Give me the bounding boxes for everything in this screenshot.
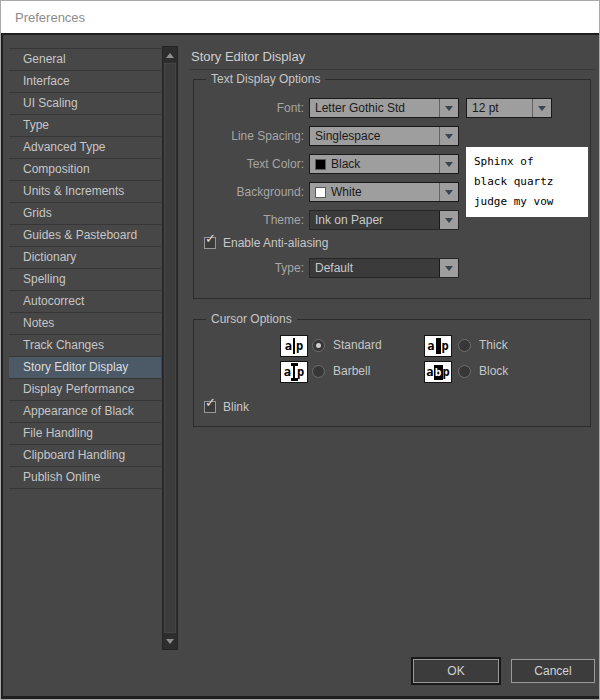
radio-icon (312, 339, 325, 352)
sidebar-item-spelling[interactable]: Spelling (9, 269, 161, 291)
sidebar-item-clipboard-handling[interactable]: Clipboard Handling (9, 445, 161, 467)
thick-cursor-preview-icon: a p (424, 335, 452, 357)
sidebar-item-composition[interactable]: Composition (9, 159, 161, 181)
radio-standard[interactable]: Standard (312, 338, 382, 352)
sidebar-item-publish-online[interactable]: Publish Online (9, 467, 161, 489)
radio-icon (458, 365, 471, 378)
background-select[interactable]: White (309, 182, 459, 202)
font-size-select[interactable]: 12 pt (466, 98, 552, 118)
dropdown-arrow-icon[interactable] (439, 155, 458, 173)
window-title: Preferences (15, 10, 85, 25)
dropdown-arrow-icon[interactable] (439, 211, 458, 229)
radio-thick[interactable]: Thick (458, 338, 508, 352)
sidebar-item-track-changes[interactable]: Track Changes (9, 335, 161, 357)
theme-select[interactable]: Ink on Paper (309, 210, 459, 230)
sidebar-item-appearance-of-black[interactable]: Appearance of Black (9, 401, 161, 423)
dialog-body: General Interface UI Scaling Type Advanc… (1, 33, 600, 700)
line-spacing-select[interactable]: Singlespace (309, 126, 459, 146)
standard-cursor-preview-icon: a p (280, 335, 308, 357)
text-display-options-group: Text Display Options Font: Letter Gothic… (193, 79, 591, 299)
sidebar-item-units-increments[interactable]: Units & Increments (9, 181, 161, 203)
radio-block-label: Block (479, 364, 508, 378)
theme-label: Theme: (194, 210, 304, 230)
sidebar-item-ui-scaling[interactable]: UI Scaling (9, 93, 161, 115)
radio-block[interactable]: Block (458, 364, 508, 378)
text-color-label: Text Color: (194, 154, 304, 174)
enable-antialiasing-checkbox[interactable]: ✓ Enable Anti-aliasing (204, 236, 328, 250)
font-label: Font: (194, 98, 304, 118)
checkbox-icon: ✓ (204, 401, 216, 413)
radio-barbell-label: Barbell (333, 364, 370, 378)
line-spacing-value: Singlespace (310, 127, 439, 145)
scrollbar-thumb[interactable] (164, 63, 176, 633)
sidebar-item-display-performance[interactable]: Display Performance (9, 379, 161, 401)
cursor-options-group: Cursor Options a p Standard a p Thick (193, 319, 591, 427)
radio-barbell[interactable]: Barbell (312, 364, 370, 378)
barbell-cursor-preview-icon: a p (280, 361, 308, 383)
radio-icon (458, 339, 471, 352)
heading-divider (189, 69, 595, 70)
text-preview: Sphinx of black quartz judge my vow (466, 147, 588, 217)
blink-checkbox[interactable]: ✓ Blink (204, 400, 249, 414)
text-color-value: Black (331, 155, 360, 173)
sidebar-item-dictionary[interactable]: Dictionary (9, 247, 161, 269)
radio-icon (312, 365, 325, 378)
sidebar-item-file-handling[interactable]: File Handling (9, 423, 161, 445)
white-color-swatch (315, 187, 326, 198)
text-color-select[interactable]: Black (309, 154, 459, 174)
sidebar-item-notes[interactable]: Notes (9, 313, 161, 335)
block-cursor-preview-icon: a b p (424, 361, 452, 383)
ok-button[interactable]: OK (413, 659, 499, 683)
preferences-window: Preferences General Interface UI Scaling… (0, 0, 600, 700)
type-label: Type: (194, 258, 304, 278)
sidebar-item-interface[interactable]: Interface (9, 71, 161, 93)
radio-thick-label: Thick (479, 338, 508, 352)
sidebar-scrollbar[interactable] (162, 46, 178, 650)
antialias-type-value: Default (310, 259, 439, 277)
group-legend: Text Display Options (206, 72, 325, 86)
dropdown-arrow-icon[interactable] (439, 127, 458, 145)
preview-line: Sphinx of (474, 152, 588, 172)
title-bar: Preferences (1, 1, 599, 33)
sidebar-item-advanced-type[interactable]: Advanced Type (9, 137, 161, 159)
scroll-down-icon[interactable] (163, 634, 177, 648)
group-legend: Cursor Options (206, 312, 297, 326)
preview-line: black quartz (474, 172, 588, 192)
line-spacing-label: Line Spacing: (194, 126, 304, 146)
dropdown-arrow-icon[interactable] (532, 99, 551, 117)
enable-antialiasing-label: Enable Anti-aliasing (223, 236, 328, 250)
page-title: Story Editor Display (191, 49, 305, 64)
category-sidebar: General Interface UI Scaling Type Advanc… (9, 48, 161, 489)
font-select-value: Letter Gothic Std (310, 99, 439, 117)
font-size-value: 12 pt (467, 99, 532, 117)
font-select[interactable]: Letter Gothic Std (309, 98, 459, 118)
background-value: White (331, 183, 362, 201)
antialias-type-select[interactable]: Default (309, 258, 459, 278)
sidebar-item-type[interactable]: Type (9, 115, 161, 137)
dropdown-arrow-icon[interactable] (439, 183, 458, 201)
dropdown-arrow-icon[interactable] (439, 259, 458, 277)
sidebar-item-autocorrect[interactable]: Autocorrect (9, 291, 161, 313)
dropdown-arrow-icon[interactable] (439, 99, 458, 117)
sidebar-item-general[interactable]: General (9, 49, 161, 71)
sidebar-item-grids[interactable]: Grids (9, 203, 161, 225)
sidebar-item-story-editor-display[interactable]: Story Editor Display (9, 357, 161, 379)
checkbox-icon: ✓ (204, 237, 216, 249)
cancel-button[interactable]: Cancel (511, 659, 595, 683)
radio-standard-label: Standard (333, 338, 382, 352)
scroll-up-icon[interactable] (163, 48, 177, 62)
theme-value: Ink on Paper (310, 211, 439, 229)
preview-line: judge my vow (474, 192, 588, 212)
sidebar-item-guides-pasteboard[interactable]: Guides & Pasteboard (9, 225, 161, 247)
black-color-swatch (315, 159, 326, 170)
blink-label: Blink (223, 400, 249, 414)
background-label: Background: (194, 182, 304, 202)
